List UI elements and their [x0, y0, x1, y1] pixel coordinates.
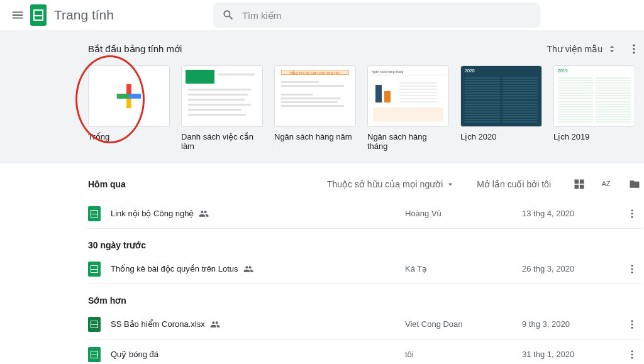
doc-list: Hôm qua Thuộc sở hữu của mọi người Mở lầ… — [88, 163, 641, 364]
shared-icon — [199, 209, 209, 219]
template-annual-budget[interactable]: Bảng theo dõi ngân sách hàng năm Ngân sá… — [274, 65, 356, 151]
row-more-button[interactable] — [626, 319, 641, 330]
template-gallery-button[interactable]: Thư viện mẫu — [547, 43, 618, 55]
svg-point-17 — [631, 350, 633, 352]
svg-point-14 — [631, 320, 633, 322]
file-row[interactable]: Quỹ bóng đátôi31 thg 1, 2020 — [88, 339, 641, 364]
section-heading: Hôm qua — [88, 179, 126, 189]
sort-label[interactable]: Mở lần cuối bởi tôi — [477, 179, 551, 189]
svg-text:AZ: AZ — [602, 180, 611, 187]
folder-icon[interactable] — [628, 177, 641, 191]
doc-list-controls: Hôm qua Thuộc sở hữu của mọi người Mở lầ… — [88, 177, 641, 191]
template-name: Ngân sách hàng năm — [274, 132, 356, 141]
sort-az-icon[interactable]: AZ — [600, 177, 614, 191]
file-owner: Hoàng Vũ — [405, 209, 512, 218]
template-blank[interactable]: Trống — [88, 65, 170, 151]
dropdown-icon — [445, 179, 455, 189]
svg-point-19 — [631, 356, 633, 358]
search-box[interactable] — [213, 3, 540, 28]
template-name: Ngân sách hàng tháng — [367, 132, 449, 151]
template-calendar-2019[interactable]: 2019 Lịch 2019 — [553, 65, 635, 151]
row-more-button[interactable] — [626, 349, 641, 360]
row-more-button[interactable] — [626, 208, 641, 219]
sheets-logo-icon[interactable] — [30, 4, 47, 26]
svg-point-15 — [631, 323, 633, 325]
file-owner: Viet Cong Doan — [405, 319, 512, 329]
gallery-heading: Bắt đầu bảng tính mới — [88, 43, 182, 55]
excel-file-icon — [88, 317, 101, 332]
template-name: Lịch 2019 — [553, 132, 635, 141]
file-date: 13 thg 4, 2020 — [522, 209, 616, 218]
svg-point-8 — [631, 209, 633, 211]
plus-icon — [89, 66, 169, 126]
svg-point-13 — [631, 271, 633, 273]
svg-point-12 — [631, 268, 633, 270]
svg-point-0 — [633, 45, 635, 47]
svg-rect-6 — [117, 94, 129, 99]
template-name: Danh sách việc cần làm — [181, 132, 263, 151]
file-name: SS Bảo hiểm Corona.xlsx — [111, 319, 395, 329]
file-owner: tôi — [405, 350, 512, 359]
sheets-file-icon — [88, 262, 101, 277]
svg-point-1 — [633, 48, 635, 50]
svg-point-10 — [631, 216, 633, 218]
gallery-more-button[interactable] — [626, 41, 641, 57]
template-todo[interactable]: Danh sách việc cần làm — [181, 65, 263, 151]
top-header: Trang tính — [0, 0, 644, 30]
template-gallery-label: Thư viện mẫu — [547, 44, 602, 54]
template-monthly-budget[interactable]: Ngân sách hàng tháng Ngân sách hàng thán… — [367, 65, 449, 151]
file-row[interactable]: Link nội bộ Công nghệHoàng Vũ13 thg 4, 2… — [88, 199, 641, 229]
template-calendar-2020[interactable]: 2020 Lịch 2020 — [460, 65, 542, 151]
template-name: Trống — [88, 132, 170, 141]
template-gallery: Bắt đầu bảng tính mới Thư viện mẫu — [0, 30, 644, 163]
search-icon — [222, 9, 235, 21]
shared-icon — [210, 319, 220, 329]
app-title: Trang tính — [54, 8, 114, 23]
sheets-file-icon — [88, 206, 101, 221]
menu-icon[interactable] — [10, 8, 25, 23]
shared-icon — [243, 264, 253, 274]
svg-point-2 — [633, 52, 635, 53]
file-name: Thống kê bài độc quyền trên Lotus — [111, 264, 395, 274]
unfold-icon — [606, 43, 618, 55]
svg-point-11 — [631, 265, 633, 267]
svg-point-9 — [631, 212, 633, 214]
search-input[interactable] — [242, 10, 531, 21]
file-row[interactable]: Thống kê bài độc quyền trên LotusKá Tạ26… — [88, 254, 641, 284]
section-heading: 30 ngày trước — [88, 240, 641, 250]
svg-point-16 — [631, 326, 633, 328]
file-row[interactable]: SS Bảo hiểm Corona.xlsxViet Cong Doan9 t… — [88, 309, 641, 339]
owner-filter[interactable]: Thuộc sở hữu của mọi người — [327, 179, 455, 189]
file-owner: Ká Tạ — [405, 264, 512, 273]
file-name: Link nội bộ Công nghệ — [111, 209, 395, 219]
file-name: Quỹ bóng đá — [111, 350, 395, 359]
svg-point-18 — [631, 353, 633, 355]
file-date: 26 thg 3, 2020 — [522, 264, 616, 273]
row-more-button[interactable] — [626, 263, 641, 275]
file-date: 9 thg 3, 2020 — [522, 319, 616, 329]
grid-view-icon[interactable] — [572, 177, 586, 191]
template-name: Lịch 2020 — [460, 132, 542, 141]
section-heading: Sớm hơn — [88, 295, 641, 306]
sheets-file-icon — [88, 347, 101, 362]
file-date: 31 thg 1, 2020 — [522, 350, 616, 359]
